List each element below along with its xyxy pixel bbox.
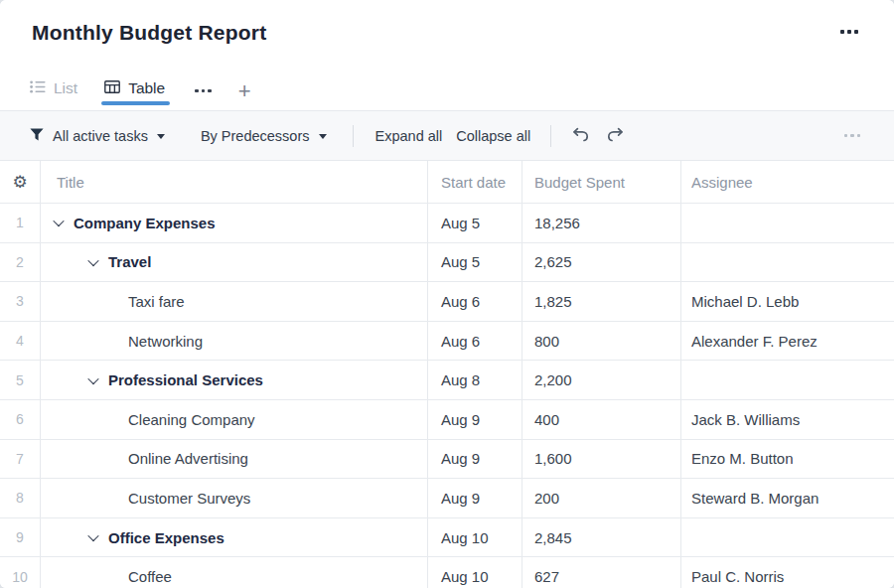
budget-spent-cell[interactable]: 200 [522, 479, 681, 517]
row-number[interactable]: 10 [0, 557, 41, 588]
task-title-cell[interactable]: Office Expenses [41, 518, 428, 557]
assignee-cell[interactable]: Michael D. Lebb [681, 282, 894, 321]
filter-funnel-icon [30, 128, 44, 144]
start-date-cell[interactable]: Aug 6 [428, 322, 522, 361]
budget-spent-cell[interactable]: 400 [522, 400, 681, 439]
budget-spent-cell[interactable]: 2,845 [522, 518, 681, 557]
more-views-button[interactable] [192, 89, 212, 111]
budget-spent-cell[interactable]: 18,256 [522, 204, 681, 242]
table-row[interactable]: 1Company ExpensesAug 518,256 [0, 204, 894, 243]
report-header: Monthly Budget Report List [0, 0, 894, 111]
expand-all-button[interactable]: Expand all [375, 128, 443, 144]
chevron-down-icon[interactable] [87, 530, 98, 541]
task-title-cell[interactable]: Networking [41, 322, 428, 361]
chevron-down-icon[interactable] [87, 255, 98, 266]
row-number[interactable]: 6 [0, 400, 41, 439]
assignee-cell[interactable]: Alexander F. Perez [681, 322, 894, 361]
assignee-cell[interactable] [681, 204, 894, 242]
start-date-cell[interactable]: Aug 10 [428, 518, 522, 557]
tab-list[interactable]: List [30, 79, 77, 110]
row-number[interactable]: 7 [0, 440, 41, 479]
redo-button[interactable] [606, 127, 625, 145]
task-title-cell[interactable]: Cleaning Company [41, 400, 428, 439]
task-title-cell[interactable]: Travel [41, 243, 428, 282]
toolbar-divider [550, 125, 551, 147]
row-number[interactable]: 8 [0, 479, 41, 517]
toolbar-more-button[interactable] [841, 134, 861, 138]
table-row[interactable]: 10CoffeeAug 10627Paul C. Norris [0, 557, 894, 588]
table-row[interactable]: 7Online AdvertisingAug 91,600Enzo M. But… [0, 440, 894, 480]
row-number[interactable]: 5 [0, 361, 41, 399]
task-title: Cleaning Company [128, 411, 255, 428]
column-header-start-date[interactable]: Start date [428, 161, 522, 203]
start-date-cell[interactable]: Aug 8 [428, 361, 522, 399]
task-title-cell[interactable]: Taxi fare [41, 282, 428, 321]
start-date-cell[interactable]: Aug 9 [428, 400, 522, 439]
budget-spent-cell[interactable]: 800 [522, 322, 681, 361]
redo-icon [606, 127, 625, 145]
table-icon [104, 79, 120, 97]
task-title: Taxi fare [128, 293, 185, 310]
undo-icon [571, 127, 590, 145]
table-row[interactable]: 2TravelAug 52,625 [0, 243, 894, 283]
table-toolbar: All active tasks By Predecessors Expand … [0, 111, 894, 161]
table-row[interactable]: 3Taxi fareAug 61,825Michael D. Lebb [0, 282, 894, 322]
task-title: Customer Surveys [128, 490, 250, 507]
column-header-assignee[interactable]: Assignee [681, 161, 894, 203]
task-title-cell[interactable]: Coffee [41, 557, 428, 588]
row-number[interactable]: 2 [0, 243, 41, 282]
add-view-button[interactable]: + [238, 84, 251, 110]
column-settings-cell[interactable]: ⚙ [0, 161, 41, 203]
start-date-cell[interactable]: Aug 9 [428, 479, 522, 517]
filter-dropdown[interactable]: All active tasks [30, 128, 165, 144]
table-row[interactable]: 9Office ExpensesAug 102,845 [0, 518, 894, 558]
assignee-cell[interactable]: Steward B. Morgan [681, 479, 894, 517]
row-number[interactable]: 4 [0, 322, 41, 361]
collapse-all-button[interactable]: Collapse all [456, 128, 530, 144]
row-number[interactable]: 9 [0, 518, 41, 557]
filter-label: All active tasks [53, 128, 148, 144]
task-title-cell[interactable]: Professional Services [41, 361, 428, 399]
task-title-cell[interactable]: Online Advertising [41, 440, 428, 479]
task-title-cell[interactable]: Customer Surveys [41, 479, 428, 517]
assignee-cell[interactable]: Jack B. Williams [681, 400, 894, 439]
table-row[interactable]: 4NetworkingAug 6800Alexander F. Perez [0, 322, 894, 362]
budget-spent-cell[interactable]: 2,200 [522, 361, 681, 399]
budget-spent-cell[interactable]: 627 [522, 557, 681, 588]
assignee-cell[interactable]: Enzo M. Button [681, 440, 894, 479]
undo-button[interactable] [571, 127, 590, 145]
start-date-cell[interactable]: Aug 5 [428, 204, 522, 242]
task-title: Coffee [128, 568, 172, 585]
gear-icon: ⚙ [12, 172, 27, 192]
task-title: Professional Services [108, 371, 263, 388]
toolbar-divider [353, 125, 354, 147]
chevron-down-icon[interactable] [87, 373, 98, 384]
start-date-cell[interactable]: Aug 9 [428, 440, 522, 479]
report-menu-button[interactable] [837, 30, 858, 34]
start-date-cell[interactable]: Aug 10 [428, 557, 522, 588]
column-header-title[interactable]: Title [41, 161, 428, 203]
list-icon [30, 79, 46, 97]
table-row[interactable]: 6Cleaning CompanyAug 9400Jack B. William… [0, 400, 894, 440]
assignee-cell[interactable]: Paul C. Norris [681, 557, 894, 588]
sort-dropdown[interactable]: By Predecessors [201, 128, 327, 144]
table-row[interactable]: 8Customer SurveysAug 9200Steward B. Morg… [0, 479, 894, 518]
column-header-budget-spent[interactable]: Budget Spent [522, 161, 681, 203]
budget-spent-cell[interactable]: 2,625 [522, 243, 681, 282]
start-date-cell[interactable]: Aug 6 [428, 282, 522, 321]
assignee-cell[interactable] [681, 361, 894, 399]
tab-list-label: List [54, 79, 77, 97]
budget-spent-cell[interactable]: 1,825 [522, 282, 681, 321]
budget-spent-cell[interactable]: 1,600 [522, 440, 681, 479]
assignee-cell[interactable] [681, 243, 894, 282]
task-title: Travel [108, 253, 151, 270]
chevron-down-icon[interactable] [53, 216, 64, 226]
row-number[interactable]: 1 [0, 204, 41, 242]
table-row[interactable]: 5Professional ServicesAug 82,200 [0, 361, 894, 400]
row-number[interactable]: 3 [0, 282, 41, 321]
tab-table-label: Table [128, 79, 165, 97]
assignee-cell[interactable] [681, 518, 894, 557]
start-date-cell[interactable]: Aug 5 [428, 243, 522, 282]
task-title-cell[interactable]: Company Expenses [41, 204, 428, 242]
tab-table[interactable]: Table [104, 79, 165, 110]
